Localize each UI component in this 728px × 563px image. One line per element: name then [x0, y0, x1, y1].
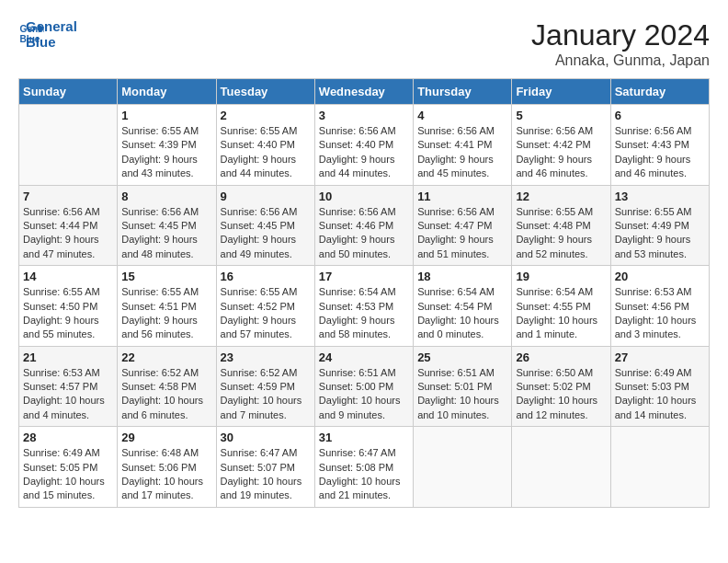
calendar-cell: 20Sunrise: 6:53 AM Sunset: 4:56 PM Dayli… [610, 266, 709, 347]
column-header-sunday: Sunday [19, 79, 118, 105]
calendar-table: SundayMondayTuesdayWednesdayThursdayFrid… [18, 78, 710, 508]
day-number: 20 [615, 270, 705, 283]
calendar-cell: 13Sunrise: 6:55 AM Sunset: 4:49 PM Dayli… [610, 185, 709, 266]
day-number: 10 [319, 190, 409, 203]
day-info: Sunrise: 6:54 AM Sunset: 4:54 PM Dayligh… [417, 285, 507, 342]
calendar-subtitle: Annaka, Gunma, Japan [531, 52, 710, 69]
calendar-cell: 6Sunrise: 6:56 AM Sunset: 4:43 PM Daylig… [610, 105, 709, 186]
day-info: Sunrise: 6:49 AM Sunset: 5:05 PM Dayligh… [23, 446, 113, 503]
calendar-cell: 26Sunrise: 6:50 AM Sunset: 5:02 PM Dayli… [512, 346, 610, 427]
calendar-cell: 16Sunrise: 6:55 AM Sunset: 4:52 PM Dayli… [216, 266, 314, 347]
day-number: 7 [23, 190, 113, 203]
day-number: 8 [121, 190, 211, 203]
day-info: Sunrise: 6:56 AM Sunset: 4:40 PM Dayligh… [319, 124, 409, 181]
calendar-cell: 8Sunrise: 6:56 AM Sunset: 4:45 PM Daylig… [118, 185, 216, 266]
column-header-saturday: Saturday [610, 79, 709, 105]
calendar-header-row: SundayMondayTuesdayWednesdayThursdayFrid… [19, 79, 710, 105]
day-number: 9 [221, 190, 311, 203]
calendar-title: January 2024 [531, 18, 710, 52]
day-number: 6 [615, 109, 705, 122]
calendar-cell [414, 427, 512, 508]
calendar-cell: 27Sunrise: 6:49 AM Sunset: 5:03 PM Dayli… [610, 346, 709, 427]
day-info: Sunrise: 6:55 AM Sunset: 4:52 PM Dayligh… [221, 285, 311, 342]
day-info: Sunrise: 6:56 AM Sunset: 4:45 PM Dayligh… [221, 205, 311, 262]
day-info: Sunrise: 6:47 AM Sunset: 5:07 PM Dayligh… [221, 446, 311, 503]
day-info: Sunrise: 6:54 AM Sunset: 4:55 PM Dayligh… [516, 285, 606, 342]
calendar-week-row: 21Sunrise: 6:53 AM Sunset: 4:57 PM Dayli… [19, 346, 710, 427]
day-number: 5 [516, 109, 606, 122]
calendar-cell: 2Sunrise: 6:55 AM Sunset: 4:40 PM Daylig… [216, 105, 314, 186]
day-info: Sunrise: 6:55 AM Sunset: 4:48 PM Dayligh… [516, 205, 606, 262]
calendar-body: 1Sunrise: 6:55 AM Sunset: 4:39 PM Daylig… [19, 105, 710, 508]
calendar-cell: 24Sunrise: 6:51 AM Sunset: 5:00 PM Dayli… [314, 346, 413, 427]
day-info: Sunrise: 6:56 AM Sunset: 4:43 PM Dayligh… [615, 124, 705, 181]
day-info: Sunrise: 6:51 AM Sunset: 5:00 PM Dayligh… [319, 366, 409, 423]
column-header-thursday: Thursday [414, 79, 512, 105]
day-number: 25 [417, 350, 507, 364]
day-info: Sunrise: 6:50 AM Sunset: 5:02 PM Dayligh… [516, 366, 606, 423]
day-number: 27 [615, 350, 705, 364]
day-info: Sunrise: 6:53 AM Sunset: 4:57 PM Dayligh… [23, 366, 113, 423]
day-info: Sunrise: 6:56 AM Sunset: 4:47 PM Dayligh… [417, 205, 507, 262]
calendar-cell: 31Sunrise: 6:47 AM Sunset: 5:08 PM Dayli… [314, 427, 413, 508]
day-number: 2 [221, 109, 311, 122]
column-header-monday: Monday [118, 79, 216, 105]
day-number: 4 [417, 109, 507, 122]
day-number: 12 [516, 190, 606, 203]
calendar-cell: 11Sunrise: 6:56 AM Sunset: 4:47 PM Dayli… [414, 185, 512, 266]
day-number: 28 [23, 431, 113, 444]
day-info: Sunrise: 6:51 AM Sunset: 5:01 PM Dayligh… [417, 366, 507, 423]
day-info: Sunrise: 6:56 AM Sunset: 4:45 PM Dayligh… [121, 205, 211, 262]
calendar-cell: 17Sunrise: 6:54 AM Sunset: 4:53 PM Dayli… [314, 266, 413, 347]
day-info: Sunrise: 6:55 AM Sunset: 4:49 PM Dayligh… [615, 205, 705, 262]
day-info: Sunrise: 6:55 AM Sunset: 4:39 PM Dayligh… [121, 124, 211, 181]
day-info: Sunrise: 6:52 AM Sunset: 4:58 PM Dayligh… [121, 366, 211, 423]
calendar-cell: 14Sunrise: 6:55 AM Sunset: 4:50 PM Dayli… [19, 266, 118, 347]
calendar-cell [19, 105, 118, 186]
day-number: 16 [221, 270, 311, 283]
day-info: Sunrise: 6:56 AM Sunset: 4:44 PM Dayligh… [23, 205, 113, 262]
calendar-cell: 3Sunrise: 6:56 AM Sunset: 4:40 PM Daylig… [314, 105, 413, 186]
calendar-cell: 30Sunrise: 6:47 AM Sunset: 5:07 PM Dayli… [216, 427, 314, 508]
day-number: 23 [221, 350, 311, 364]
calendar-week-row: 7Sunrise: 6:56 AM Sunset: 4:44 PM Daylig… [19, 185, 710, 266]
calendar-cell: 21Sunrise: 6:53 AM Sunset: 4:57 PM Dayli… [19, 346, 118, 427]
calendar-cell [512, 427, 610, 508]
day-info: Sunrise: 6:54 AM Sunset: 4:53 PM Dayligh… [319, 285, 409, 342]
calendar-cell: 12Sunrise: 6:55 AM Sunset: 4:48 PM Dayli… [512, 185, 610, 266]
day-number: 13 [615, 190, 705, 203]
calendar-cell: 19Sunrise: 6:54 AM Sunset: 4:55 PM Dayli… [512, 266, 610, 347]
day-info: Sunrise: 6:48 AM Sunset: 5:06 PM Dayligh… [121, 446, 211, 503]
calendar-cell: 29Sunrise: 6:48 AM Sunset: 5:06 PM Dayli… [118, 427, 216, 508]
calendar-cell: 15Sunrise: 6:55 AM Sunset: 4:51 PM Dayli… [118, 266, 216, 347]
day-number: 31 [319, 431, 409, 444]
calendar-cell: 18Sunrise: 6:54 AM Sunset: 4:54 PM Dayli… [414, 266, 512, 347]
day-info: Sunrise: 6:56 AM Sunset: 4:46 PM Dayligh… [319, 205, 409, 262]
calendar-cell: 1Sunrise: 6:55 AM Sunset: 4:39 PM Daylig… [118, 105, 216, 186]
day-info: Sunrise: 6:53 AM Sunset: 4:56 PM Dayligh… [615, 285, 705, 342]
day-number: 29 [121, 431, 211, 444]
day-info: Sunrise: 6:47 AM Sunset: 5:08 PM Dayligh… [319, 446, 409, 503]
page-header: General Blue General Blue January 2024 A… [18, 18, 710, 69]
day-number: 17 [319, 270, 409, 283]
calendar-week-row: 1Sunrise: 6:55 AM Sunset: 4:39 PM Daylig… [19, 105, 710, 186]
day-number: 19 [516, 270, 606, 283]
day-number: 14 [23, 270, 113, 283]
day-number: 3 [319, 109, 409, 122]
day-number: 11 [417, 190, 507, 203]
logo-general: General [26, 18, 77, 34]
day-number: 30 [221, 431, 311, 444]
calendar-cell: 9Sunrise: 6:56 AM Sunset: 4:45 PM Daylig… [216, 185, 314, 266]
calendar-cell: 5Sunrise: 6:56 AM Sunset: 4:42 PM Daylig… [512, 105, 610, 186]
day-number: 21 [23, 350, 113, 364]
calendar-week-row: 14Sunrise: 6:55 AM Sunset: 4:50 PM Dayli… [19, 266, 710, 347]
calendar-cell: 23Sunrise: 6:52 AM Sunset: 4:59 PM Dayli… [216, 346, 314, 427]
calendar-cell: 10Sunrise: 6:56 AM Sunset: 4:46 PM Dayli… [314, 185, 413, 266]
calendar-cell: 28Sunrise: 6:49 AM Sunset: 5:05 PM Dayli… [19, 427, 118, 508]
calendar-week-row: 28Sunrise: 6:49 AM Sunset: 5:05 PM Dayli… [19, 427, 710, 508]
day-number: 26 [516, 350, 606, 364]
day-info: Sunrise: 6:56 AM Sunset: 4:41 PM Dayligh… [417, 124, 507, 181]
column-header-tuesday: Tuesday [216, 79, 314, 105]
day-info: Sunrise: 6:56 AM Sunset: 4:42 PM Dayligh… [516, 124, 606, 181]
column-header-friday: Friday [512, 79, 610, 105]
